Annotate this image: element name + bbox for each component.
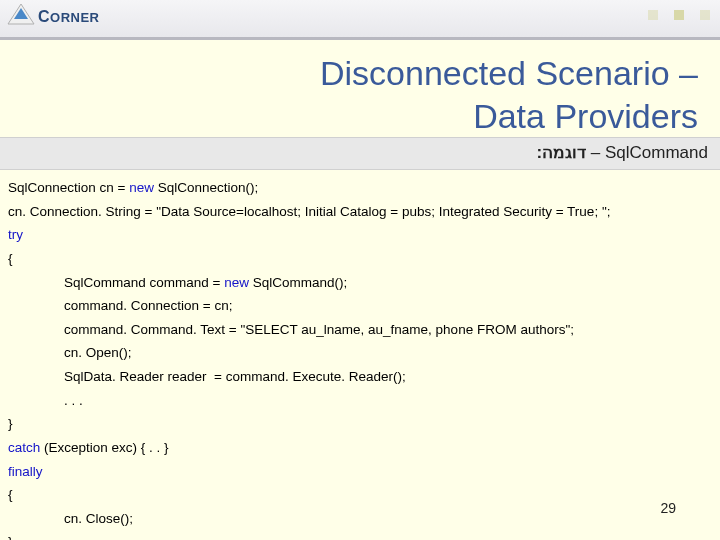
- subtitle-command: SqlCommand: [605, 143, 708, 162]
- decor-square: [700, 10, 710, 20]
- code-line: catch (Exception exc) { . . }: [8, 436, 712, 460]
- decor-squares: [648, 10, 710, 20]
- subtitle-hebrew: דוגמה:: [536, 143, 586, 162]
- code-line: {: [8, 247, 712, 271]
- decor-square: [648, 10, 658, 20]
- subtitle-sep: –: [586, 143, 605, 162]
- logo-icon: [6, 2, 36, 32]
- code-line: try: [8, 223, 712, 247]
- code-line: SqlConnection cn = new SqlConnection();: [8, 176, 712, 200]
- code-line: cn. Close();: [8, 507, 712, 531]
- logo-text: CORNER: [38, 8, 100, 26]
- code-line: . . .: [8, 389, 712, 413]
- page-number: 29: [660, 500, 676, 516]
- code-line: finally: [8, 460, 712, 484]
- decor-square: [674, 10, 684, 20]
- code-block: SqlConnection cn = new SqlConnection(); …: [0, 170, 720, 540]
- code-line: }: [8, 530, 712, 540]
- title-line-2: Data Providers: [473, 97, 698, 135]
- code-line: cn. Open();: [8, 341, 712, 365]
- logo: CORNER: [6, 2, 100, 32]
- code-line: command. Connection = cn;: [8, 294, 712, 318]
- code-line: SqlData. Reader reader = command. Execut…: [8, 365, 712, 389]
- code-line: }: [8, 412, 712, 436]
- slide-title: Disconnected Scenario – Data Providers: [0, 40, 720, 137]
- title-line-1: Disconnected Scenario –: [320, 54, 698, 92]
- code-line: SqlCommand command = new SqlCommand();: [8, 271, 712, 295]
- subtitle-bar: SqlCommand – דוגמה:: [0, 137, 720, 170]
- code-line: {: [8, 483, 712, 507]
- code-line: command. Command. Text = "SELECT au_lnam…: [8, 318, 712, 342]
- slide: CORNER Disconnected Scenario – Data Prov…: [0, 0, 720, 540]
- code-line: cn. Connection. String = "Data Source=lo…: [8, 200, 712, 224]
- topbar: CORNER: [0, 0, 720, 40]
